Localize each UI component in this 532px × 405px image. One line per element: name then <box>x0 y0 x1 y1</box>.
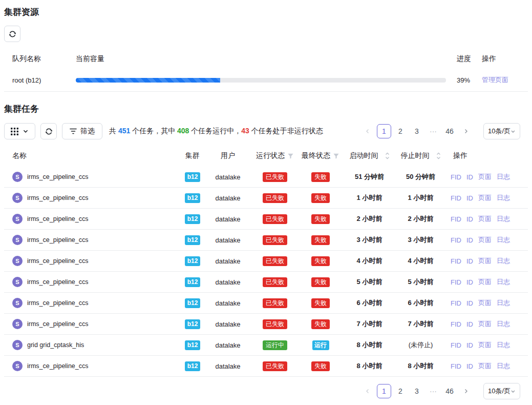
action-link-log[interactable]: 日志 <box>497 298 510 308</box>
task-name: irms_ce_pipeline_ccs <box>27 236 89 244</box>
action-link-log[interactable]: 日志 <box>497 235 510 245</box>
row-actions: FIDID页面日志 <box>444 340 528 350</box>
action-link-fid[interactable]: FID <box>451 341 461 349</box>
pagination-page-46[interactable]: 46 <box>442 124 457 138</box>
col-header-run-status[interactable]: 运行状态 <box>251 151 299 160</box>
layout-dropdown-button[interactable] <box>4 123 35 139</box>
grid-icon <box>11 128 18 135</box>
chevron-down-icon <box>510 389 516 394</box>
col-header-queue-name: 队列名称 <box>4 54 76 64</box>
action-link-page[interactable]: 页面 <box>478 298 492 308</box>
pagination-page-1[interactable]: 1 <box>377 124 391 138</box>
manage-page-link[interactable]: 管理页面 <box>482 76 508 84</box>
pagination-ellipsis[interactable]: ··· <box>426 384 440 398</box>
task-user: datalake <box>205 173 251 181</box>
chevron-left-icon <box>365 388 371 394</box>
pagination-next[interactable] <box>459 384 473 398</box>
pagination-page-3[interactable]: 3 <box>410 124 424 138</box>
pagination-prev[interactable] <box>360 124 375 138</box>
action-link-log[interactable]: 日志 <box>497 193 510 202</box>
action-link-id[interactable]: ID <box>466 194 473 202</box>
pagination-prev[interactable] <box>360 384 375 398</box>
cluster-badge: b12 <box>185 298 200 308</box>
action-link-id[interactable]: ID <box>466 257 473 265</box>
action-link-log[interactable]: 日志 <box>497 319 510 329</box>
action-link-fid[interactable]: FID <box>451 173 461 181</box>
action-link-fid[interactable]: FID <box>451 257 461 265</box>
task-row: Sirms_ce_pipeline_ccs b12 datalake 已失败 失… <box>4 251 528 272</box>
action-link-page[interactable]: 页面 <box>478 235 492 245</box>
tasks-summary: 共 451 个任务，其中 408 个任务运行中，43 个任务处于非运行状态 <box>109 127 323 136</box>
page-size-value: 10条/页 <box>488 127 510 136</box>
col-header-stop-time[interactable]: 停止时间 <box>397 151 444 160</box>
action-link-id[interactable]: ID <box>466 278 473 286</box>
pagination-page-3[interactable]: 3 <box>410 384 424 398</box>
col-header-name: 名称 <box>4 151 180 160</box>
task-user: datalake <box>205 320 251 328</box>
task-row: Sirms_ce_pipeline_ccs b12 datalake 已失败 失… <box>4 293 528 314</box>
task-user: datalake <box>205 362 251 370</box>
stop-time: 1 小时前 <box>397 193 444 202</box>
refresh-resources-button[interactable] <box>4 26 20 42</box>
action-link-fid[interactable]: FID <box>451 236 461 244</box>
chevron-down-icon <box>23 128 29 134</box>
action-link-fid[interactable]: FID <box>451 299 461 307</box>
action-link-page[interactable]: 页面 <box>478 256 492 266</box>
page-size-select[interactable]: 10条/页 <box>483 383 520 399</box>
action-link-id[interactable]: ID <box>466 215 473 223</box>
stop-time: 8 小时前 <box>397 361 444 371</box>
summary-count: 451 <box>118 127 130 135</box>
action-link-id[interactable]: ID <box>466 299 473 307</box>
refresh-tasks-button[interactable] <box>40 123 57 139</box>
action-link-page[interactable]: 页面 <box>478 193 492 202</box>
filter-button[interactable]: 筛选 <box>62 123 102 139</box>
action-link-fid[interactable]: FID <box>451 215 461 223</box>
action-link-id[interactable]: ID <box>466 236 473 244</box>
action-link-log[interactable]: 日志 <box>497 256 510 266</box>
action-link-id[interactable]: ID <box>466 173 473 181</box>
action-link-id[interactable]: ID <box>466 362 473 370</box>
action-link-page[interactable]: 页面 <box>478 214 492 224</box>
final-status-badge: 失败 <box>311 298 330 308</box>
task-user: datalake <box>205 236 251 244</box>
action-link-fid[interactable]: FID <box>451 194 461 202</box>
section-title-cluster-resources: 集群资源 <box>4 7 528 17</box>
queue-name: root (b12) <box>4 76 76 84</box>
action-link-page[interactable]: 页面 <box>478 340 492 350</box>
filter-funnel-icon[interactable] <box>333 153 339 159</box>
col-header-start-time[interactable]: 启动时间 <box>342 151 397 160</box>
pagination-page-46[interactable]: 46 <box>442 384 457 398</box>
action-link-fid[interactable]: FID <box>451 320 461 328</box>
action-link-log[interactable]: 日志 <box>497 340 510 350</box>
sort-icon[interactable] <box>436 152 441 159</box>
col-header-final-status[interactable]: 最终状态 <box>299 151 342 160</box>
action-link-page[interactable]: 页面 <box>478 319 492 329</box>
action-link-fid[interactable]: FID <box>451 278 461 286</box>
action-link-log[interactable]: 日志 <box>497 361 510 371</box>
action-link-log[interactable]: 日志 <box>497 172 510 181</box>
task-name: irms_ce_pipeline_ccs <box>27 257 89 265</box>
action-link-page[interactable]: 页面 <box>478 277 492 287</box>
action-link-page[interactable]: 页面 <box>478 172 492 181</box>
pagination-page-2[interactable]: 2 <box>393 384 408 398</box>
pagination-ellipsis[interactable]: ··· <box>426 124 440 138</box>
sort-icon[interactable] <box>385 152 390 159</box>
action-link-log[interactable]: 日志 <box>497 277 510 287</box>
spark-task-icon: S <box>12 172 23 182</box>
run-status-badge: 运行中 <box>263 340 287 350</box>
summary-text: 个任务处于非运行状态 <box>249 127 323 135</box>
action-link-id[interactable]: ID <box>466 320 473 328</box>
task-user: datalake <box>205 257 251 265</box>
page-size-select[interactable]: 10条/页 <box>483 123 520 139</box>
start-time: 7 小时前 <box>342 319 397 329</box>
row-actions: FIDID页面日志 <box>444 172 528 181</box>
pagination-page-2[interactable]: 2 <box>393 124 408 138</box>
pagination-next[interactable] <box>459 124 473 138</box>
filter-funnel-icon[interactable] <box>287 153 294 159</box>
pagination-page-1[interactable]: 1 <box>377 384 391 398</box>
action-link-log[interactable]: 日志 <box>497 214 510 224</box>
action-link-fid[interactable]: FID <box>451 362 461 370</box>
summary-count: 408 <box>177 127 189 135</box>
action-link-page[interactable]: 页面 <box>478 361 492 371</box>
action-link-id[interactable]: ID <box>466 341 473 349</box>
